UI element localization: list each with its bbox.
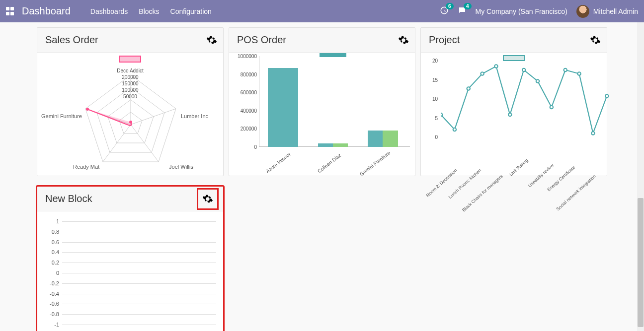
scrollbar-thumb[interactable] [638,198,644,327]
nav-link-dashboards[interactable]: Dashboards [90,7,128,15]
discuss-badge: 4 [464,3,472,9]
card-new-block: New Block 1 0.8 0.6 0.4 0.2 0 -0.2 -0.4 … [37,186,224,331]
svg-point-20 [564,68,566,71]
card-pos-order: POS Order 1000000 800000 600000 400000 2… [229,27,415,176]
app-brand[interactable]: Dashboard [22,5,71,17]
sales-order-radar-chart: Deco Addict 200000 150000 100000 50000 [37,53,223,176]
svg-point-18 [536,79,539,82]
svg-point-14 [481,72,483,75]
svg-point-19 [550,106,553,109]
card-sales-order: Sales Order Deco Addict 200000 150000 10… [37,27,224,176]
card-project: Project 20 15 10 5 0 [420,27,607,176]
new-block-chart: 1 0.8 0.6 0.4 0.2 0 -0.2 -0.4 -0.6 -0.8 … [37,211,223,331]
line-y-axis: 20 15 10 5 0 [427,61,438,137]
svg-line-5 [131,109,176,125]
svg-point-11 [441,113,442,116]
project-line-chart: 20 15 10 5 0 Room 2: Decoration Lunch Ro… [421,53,607,176]
svg-point-23 [605,94,608,97]
activity-badge: 6 [446,3,454,9]
avatar[interactable] [576,5,589,18]
navbar: Dashboard Dashboards Blocks Configuratio… [0,0,644,22]
radar-axis-label: Lumber Inc [181,113,208,119]
dashboard-canvas: Sales Order Deco Addict 200000 150000 10… [0,22,644,331]
gear-icon[interactable] [590,35,601,46]
bar-x-axis: Azure Interior Colleen Diaz Gemini Furni… [259,149,410,175]
svg-point-17 [522,68,525,71]
svg-point-9 [129,121,132,124]
bar-y-axis: 1000000 800000 600000 400000 200000 0 [234,56,258,147]
bar [268,68,298,147]
card-title: Project [429,34,590,46]
card-title: New Block [45,193,198,204]
svg-point-21 [577,72,580,75]
card-title: Sales Order [45,34,206,46]
radar-axis-label: Ready Mat [73,164,99,170]
card-title: POS Order [237,34,398,46]
svg-point-12 [453,128,456,131]
gear-icon[interactable] [206,35,217,46]
user-menu[interactable]: Mitchell Admin [593,7,638,15]
svg-point-15 [494,65,497,67]
svg-point-13 [467,87,470,90]
nav-link-blocks[interactable]: Blocks [139,7,159,15]
activity-icon[interactable]: 6 [440,6,449,17]
legend-swatch [503,55,525,61]
pos-order-bar-chart: 1000000 800000 600000 400000 200000 0 [229,53,415,176]
svg-point-16 [508,113,511,116]
nav-link-configuration[interactable]: Configuration [170,7,212,15]
bar [333,143,348,147]
bar [383,131,398,147]
bar [368,131,383,147]
company-switcher[interactable]: My Company (San Francisco) [476,7,567,15]
gear-highlight [198,190,217,208]
apps-icon[interactable] [6,7,15,16]
gear-icon[interactable] [398,35,409,46]
svg-point-10 [86,108,89,111]
line-x-axis: Room 2: Decoration Lunch Room: kitchen B… [443,139,604,175]
radar-axis-label: Gemini Furniture [41,113,82,119]
gear-icon[interactable] [202,194,213,204]
svg-point-22 [591,132,594,134]
bar [318,143,333,147]
discuss-icon[interactable]: 4 [458,6,467,17]
grid-y-axis: 1 0.8 0.6 0.4 0.2 0 -0.2 -0.4 -0.6 -0.8 … [42,221,59,325]
radar-axis-label: Joel Willis [169,164,193,170]
